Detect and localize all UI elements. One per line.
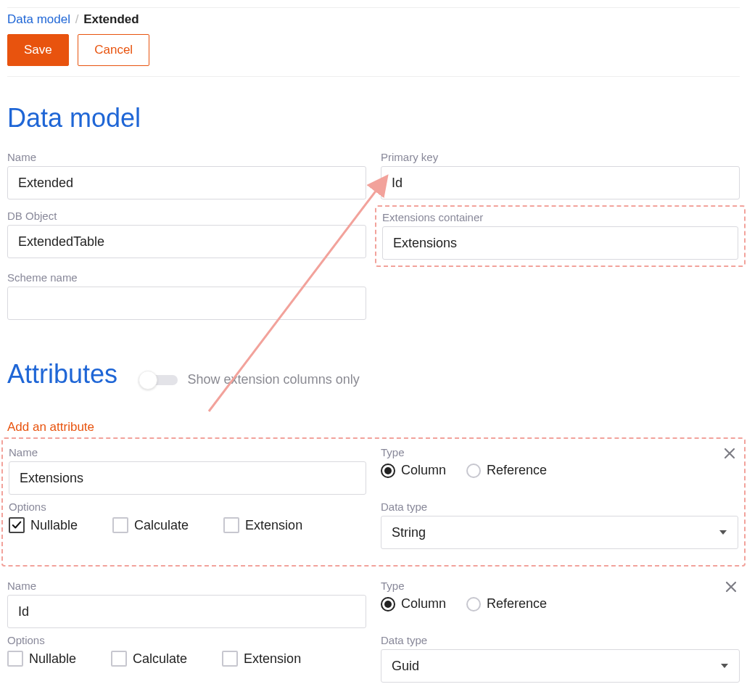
- checkbox-nullable[interactable]: Nullable: [7, 651, 76, 667]
- remove-attribute-button[interactable]: [722, 578, 740, 596]
- checkbox-nullable[interactable]: Nullable: [9, 517, 78, 533]
- checkbox-calculate[interactable]: Calculate: [111, 651, 187, 667]
- annotation-highlight-extensions-container: Extensions container: [375, 205, 746, 267]
- radio-type-reference[interactable]: Reference: [466, 463, 547, 478]
- checkbox-label-nullable: Nullable: [30, 518, 78, 533]
- cancel-button[interactable]: Cancel: [78, 34, 149, 66]
- radio-type-reference[interactable]: Reference: [466, 596, 547, 612]
- input-db-object[interactable]: [7, 225, 366, 258]
- add-attribute-link[interactable]: Add an attribute: [7, 420, 94, 435]
- chevron-down-icon: [721, 664, 728, 668]
- label-name: Name: [7, 151, 366, 163]
- check-icon: [12, 520, 22, 530]
- annotation-highlight-attribute: Name Type Column Reference: [1, 437, 746, 567]
- checkbox-label-extension: Extension: [245, 518, 302, 533]
- checkbox-extension[interactable]: Extension: [223, 517, 302, 533]
- radio-label-column: Column: [401, 463, 446, 478]
- checkbox-calculate[interactable]: Calculate: [112, 517, 189, 533]
- attr-label-options: Options: [9, 501, 366, 513]
- section-title-attributes: Attributes: [7, 359, 117, 390]
- radio-type-column[interactable]: Column: [381, 596, 446, 612]
- checkbox-extension[interactable]: Extension: [222, 651, 301, 667]
- select-data-type[interactable]: [381, 649, 740, 683]
- section-title-data-model: Data model: [7, 103, 740, 133]
- attr-label-type: Type: [381, 446, 738, 458]
- checkbox-label-calculate: Calculate: [133, 651, 187, 667]
- breadcrumb: Data model / Extended: [7, 12, 740, 27]
- chevron-down-icon: [719, 530, 727, 535]
- label-primary-key: Primary key: [381, 151, 740, 163]
- input-primary-key[interactable]: [381, 166, 740, 199]
- attr-input-name[interactable]: [9, 461, 366, 495]
- radio-label-reference: Reference: [487, 463, 547, 478]
- close-icon: [724, 448, 735, 459]
- input-scheme-name[interactable]: [7, 287, 366, 320]
- attr-label-type: Type: [381, 580, 740, 592]
- checkbox-label-calculate: Calculate: [134, 518, 189, 533]
- breadcrumb-separator: /: [75, 12, 79, 26]
- attr-label-name: Name: [7, 580, 366, 592]
- select-data-type[interactable]: [381, 516, 738, 549]
- toggle-show-extension-columns[interactable]: [139, 375, 178, 385]
- save-button[interactable]: Save: [7, 34, 69, 66]
- label-db-object: DB Object: [7, 210, 366, 222]
- radio-label-column: Column: [401, 596, 446, 612]
- checkbox-label-nullable: Nullable: [29, 651, 76, 667]
- attr-label-options: Options: [7, 634, 366, 646]
- toggle-label: Show extension columns only: [188, 372, 360, 387]
- breadcrumb-current: Extended: [83, 12, 139, 26]
- attr-label-name: Name: [9, 446, 366, 458]
- remove-attribute-button[interactable]: [721, 445, 738, 462]
- breadcrumb-root-link[interactable]: Data model: [7, 12, 70, 26]
- radio-label-reference: Reference: [487, 596, 547, 612]
- input-extensions-container[interactable]: [382, 226, 738, 260]
- close-icon: [725, 581, 737, 593]
- attr-label-data-type: Data type: [381, 501, 738, 513]
- checkbox-label-extension: Extension: [244, 651, 301, 667]
- attr-label-data-type: Data type: [381, 634, 740, 646]
- label-extensions-container: Extensions container: [382, 211, 738, 223]
- attr-input-name[interactable]: [7, 595, 366, 628]
- input-name[interactable]: [7, 166, 366, 199]
- radio-type-column[interactable]: Column: [381, 463, 446, 478]
- label-scheme-name: Scheme name: [7, 271, 366, 284]
